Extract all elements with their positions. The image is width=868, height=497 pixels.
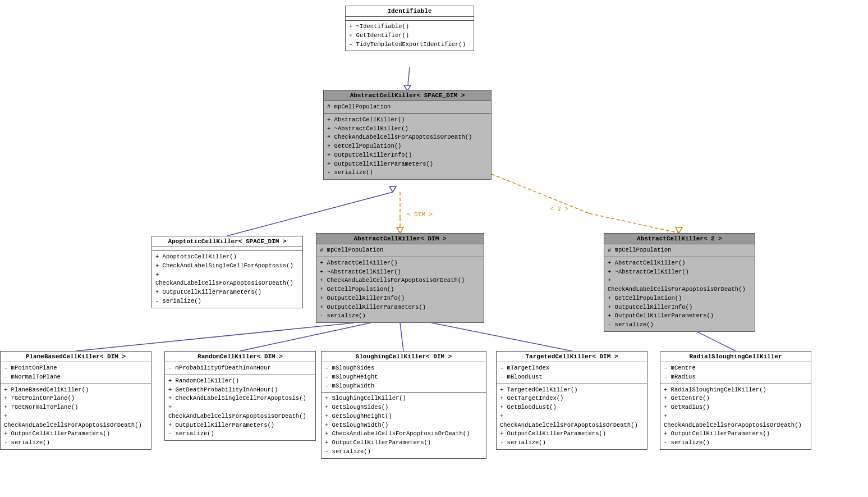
svg-marker-11 [389, 186, 396, 192]
box-targeted-attrs: - mTargetIndex - mBloodLust [497, 362, 647, 384]
box-plane-based-attrs: - mPointOnPlane - mNormalToPlane [1, 362, 151, 384]
box-identifiable: Identifiable + ~Identifiable() + GetIden… [345, 6, 474, 51]
box-abstract-space-dim: AbstractCellKiller< SPACE_DIM > # mpCell… [323, 90, 492, 180]
box-apoptotic-title: ApoptoticCellKiller< SPACE_DIM > [152, 236, 302, 247]
box-identifiable-methods: + ~Identifiable() + GetIdentifier() - Ti… [346, 21, 474, 51]
svg-line-16 [400, 323, 403, 351]
svg-line-0 [407, 67, 410, 91]
box-abstract-dim-title: AbstractCellKiller< DIM > [316, 234, 484, 244]
box-abstract-space-dim-methods: + AbstractCellKiller() + ~AbstractCellKi… [324, 114, 491, 179]
box-plane-based: PlaneBasedCellKiller< DIM > - mPointOnPl… [0, 351, 151, 450]
box-abstract-space-dim-attrs: # mpCellPopulation [324, 101, 491, 114]
box-identifiable-title: Identifiable [346, 6, 474, 17]
svg-text:< 2 >: < 2 > [550, 206, 568, 212]
svg-line-7 [589, 213, 679, 233]
box-random: RandomCellKiller< DIM > - mProbabilityOf… [164, 351, 316, 441]
box-apoptotic-methods: + ApoptoticCellKiller() + CheckAndLabelS… [152, 251, 302, 308]
box-sloughing-title: SloughingCellKiller< DIM > [322, 352, 486, 362]
box-abstract-dim-methods: + AbstractCellKiller() + ~AbstractCellKi… [316, 257, 484, 322]
box-random-methods: + RandomCellKiller() + GetDeathProbabili… [165, 375, 315, 440]
box-abstract-2: AbstractCellKiller< 2 > # mpCellPopulati… [604, 233, 755, 332]
box-radial-sloughing-methods: + RadialSloughingCellKiller() + GetCentr… [660, 384, 811, 449]
svg-marker-8 [676, 227, 682, 233]
box-targeted: TargetedCellKiller< DIM > - mTargetIndex… [496, 351, 647, 450]
diagram-container: < DIM > < 2 > Identifiable + ~Identifiab… [0, 0, 868, 497]
svg-line-14 [240, 323, 370, 351]
box-plane-based-methods: + PlaneBasedCellKiller() + rGetPointOnPl… [1, 384, 151, 449]
box-identifiable-attrs [346, 17, 474, 21]
box-abstract-2-attrs: # mpCellPopulation [604, 244, 755, 257]
box-sloughing-methods: + SloughingCellKiller() + GetSloughSides… [322, 393, 486, 458]
box-sloughing: SloughingCellKiller< DIM > - mSloughSide… [321, 351, 486, 459]
box-abstract-dim-attrs: # mpCellPopulation [316, 244, 484, 257]
box-radial-sloughing: RadialSloughingCellKiller - mCentre - mR… [660, 351, 811, 450]
box-random-attrs: - mProbabilityOfDeathInAnHour [165, 362, 315, 375]
box-random-title: RandomCellKiller< DIM > [165, 352, 315, 362]
box-abstract-dim: AbstractCellKiller< DIM > # mpCellPopula… [316, 233, 484, 323]
box-targeted-title: TargetedCellKiller< DIM > [497, 352, 647, 362]
box-radial-sloughing-title: RadialSloughingCellKiller [660, 352, 811, 362]
box-sloughing-attrs: - mSloughSides - mSloughHeight - mSlough… [322, 362, 486, 393]
box-abstract-space-dim-title: AbstractCellKiller< SPACE_DIM > [324, 90, 491, 101]
box-abstract-2-methods: + AbstractCellKiller() + ~AbstractCellKi… [604, 257, 755, 331]
svg-line-10 [227, 192, 393, 236]
box-targeted-methods: + TargetedCellKiller() + GetTargetIndex(… [497, 384, 647, 449]
box-apoptotic-attrs [152, 247, 302, 251]
box-abstract-2-title: AbstractCellKiller< 2 > [604, 234, 755, 244]
svg-text:< DIM >: < DIM > [407, 211, 433, 218]
svg-marker-4 [397, 227, 403, 233]
box-plane-based-title: PlaneBasedCellKiller< DIM > [1, 352, 151, 362]
svg-line-18 [432, 323, 572, 351]
box-apoptotic: ApoptoticCellKiller< SPACE_DIM > + Apopt… [151, 236, 303, 308]
svg-line-6 [492, 174, 589, 213]
svg-line-12 [76, 323, 353, 351]
box-radial-sloughing-attrs: - mCentre - mRadius [660, 362, 811, 384]
